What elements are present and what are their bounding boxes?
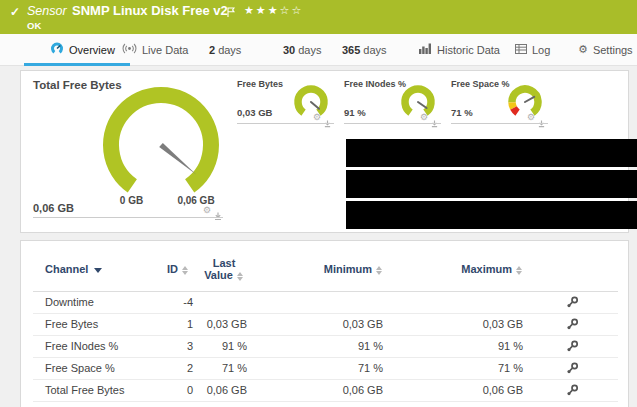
mini-gauge-value: 91 % xyxy=(344,107,366,118)
column-header-id-label: ID xyxy=(167,263,178,275)
gear-icon[interactable]: ⚙ xyxy=(527,113,535,122)
cell-maximum: 91 % xyxy=(447,335,523,357)
tab-historic-data-label: Historic Data xyxy=(437,44,500,56)
table-row: Free Bytes 1 0,03 GB 0,03 GB 0,03 GB xyxy=(33,313,618,336)
gear-icon[interactable]: ⚙ xyxy=(420,113,428,122)
wrench-icon[interactable] xyxy=(566,361,579,379)
divider xyxy=(344,123,441,124)
tab-30-days-number: 30 xyxy=(283,44,295,56)
column-header-maximum[interactable]: Maximum xyxy=(431,263,523,275)
cell-channel: Total Free Bytes xyxy=(45,379,124,401)
tab-365-days-number: 365 xyxy=(342,44,360,56)
active-tab-underline xyxy=(24,63,130,66)
mini-gauge-value: 71 % xyxy=(451,107,473,118)
tab-log[interactable]: Log xyxy=(515,34,550,65)
cell-minimum: 71 % xyxy=(307,357,383,379)
column-header-minimum[interactable]: Minimum xyxy=(291,263,383,275)
cell-channel: Free Bytes xyxy=(45,313,98,335)
tab-settings-label: Settings xyxy=(593,44,633,56)
cell-minimum: 0,03 GB xyxy=(307,313,383,335)
gear-icon[interactable]: ⚙ xyxy=(203,206,211,215)
tab-2-days[interactable]: 2 days xyxy=(209,34,241,65)
wrench-icon[interactable] xyxy=(566,317,579,335)
main-gauge-scale-max: 0,06 GB xyxy=(171,195,221,206)
sort-icon xyxy=(237,272,244,281)
channel-table-panel: Channel ID Last Value Minimum Maximum Do… xyxy=(20,240,629,407)
cell-minimum: 91 % xyxy=(307,335,383,357)
tab-365-days-label: days xyxy=(363,44,386,56)
pin-icon[interactable] xyxy=(214,207,222,225)
cell-maximum: 71 % xyxy=(447,357,523,379)
sort-icon xyxy=(182,266,189,275)
tab-settings[interactable]: ⚙ Settings xyxy=(578,34,633,65)
wrench-icon[interactable] xyxy=(566,295,579,313)
tab-historic-data[interactable]: Historic Data xyxy=(419,34,500,65)
tab-live-data-label: Live Data xyxy=(142,44,188,56)
column-header-id[interactable]: ID xyxy=(117,263,189,275)
tab-2-days-number: 2 xyxy=(209,44,215,56)
tab-2-days-label: days xyxy=(218,44,241,56)
main-gauge-scale-min: 0 GB xyxy=(109,195,154,206)
cell-channel: Downtime xyxy=(45,291,94,313)
column-header-last-value[interactable]: Last Value xyxy=(197,257,251,281)
bar-chart-icon xyxy=(419,43,432,56)
tab-30-days-label: days xyxy=(298,44,321,56)
priority-stars[interactable]: ★★★☆☆ xyxy=(244,4,303,17)
tab-30-days[interactable]: 30 days xyxy=(283,34,322,65)
column-header-channel-label: Channel xyxy=(45,263,88,275)
sort-icon xyxy=(516,266,523,275)
cell-minimum xyxy=(307,291,383,313)
redacted-graph-block xyxy=(346,170,637,198)
priority-flag-icon xyxy=(227,4,235,22)
main-gauge-value: 0,06 GB xyxy=(33,202,74,214)
column-header-channel[interactable]: Channel xyxy=(45,263,102,275)
cell-maximum: 0,03 GB xyxy=(447,313,523,335)
divider xyxy=(33,217,223,218)
cell-channel: Free Space % xyxy=(45,357,115,379)
redacted-graph-block xyxy=(346,139,637,167)
sensor-status-bar: ✓ Sensor SNMP Linux Disk Free v2 ★★★☆☆ O… xyxy=(0,0,637,34)
cell-last-value xyxy=(171,291,247,313)
status-badge: OK xyxy=(27,20,41,31)
mini-gauge-value: 0,03 GB xyxy=(237,107,272,118)
cell-last-value: 0,06 GB xyxy=(171,379,247,401)
tab-overview-label: Overview xyxy=(69,44,115,56)
table-row: Free Space % 2 71 % 71 % 71 % xyxy=(33,357,618,380)
table-row: Downtime -4 xyxy=(33,291,618,314)
table-row: Total Free Bytes 0 0,06 GB 0,06 GB 0,06 … xyxy=(33,379,618,402)
gear-icon[interactable]: ⚙ xyxy=(313,113,321,122)
wrench-icon[interactable] xyxy=(566,383,579,401)
cell-maximum: 0,06 GB xyxy=(447,379,523,401)
table-row: Free INodes % 3 91 % 91 % 91 % xyxy=(33,335,618,358)
column-header-maximum-label: Maximum xyxy=(461,263,512,275)
wrench-icon[interactable] xyxy=(566,339,579,357)
redacted-graph-block xyxy=(346,201,637,229)
tab-live-data[interactable]: Live Data xyxy=(122,34,188,65)
cell-channel: Free INodes % xyxy=(45,335,118,357)
column-header-minimum-label: Minimum xyxy=(324,263,372,275)
mini-gauge-title: Free Space % xyxy=(451,79,510,89)
mini-gauge-free-inodes: Free INodes % 91 % ⚙ xyxy=(344,77,441,125)
gauge-icon xyxy=(50,42,64,57)
cell-maximum xyxy=(447,291,523,313)
sensor-type-label: Sensor xyxy=(27,4,67,18)
mini-gauge-free-space: Free Space % 71 % ⚙ xyxy=(451,77,548,125)
cell-minimum: 0,06 GB xyxy=(307,379,383,401)
live-data-icon xyxy=(122,43,137,56)
divider xyxy=(237,123,334,124)
column-header-last-value-label: Last Value xyxy=(204,257,235,281)
tab-365-days[interactable]: 365 days xyxy=(342,34,387,65)
mini-gauge-title: Free INodes % xyxy=(344,79,406,89)
check-icon: ✓ xyxy=(10,5,20,19)
cell-last-value: 71 % xyxy=(171,357,247,379)
prtg-sensor-page: ✓ Sensor SNMP Linux Disk Free v2 ★★★☆☆ O… xyxy=(0,0,637,407)
mini-gauge-free-bytes: Free Bytes 0,03 GB ⚙ xyxy=(237,77,334,125)
log-list-icon xyxy=(515,44,527,56)
divider xyxy=(451,123,548,124)
cell-last-value: 91 % xyxy=(171,335,247,357)
sort-desc-icon xyxy=(94,268,102,273)
gear-icon: ⚙ xyxy=(578,43,588,56)
sort-icon xyxy=(376,266,383,275)
tab-overview[interactable]: Overview xyxy=(50,34,115,65)
mini-gauge-title: Free Bytes xyxy=(237,79,283,89)
